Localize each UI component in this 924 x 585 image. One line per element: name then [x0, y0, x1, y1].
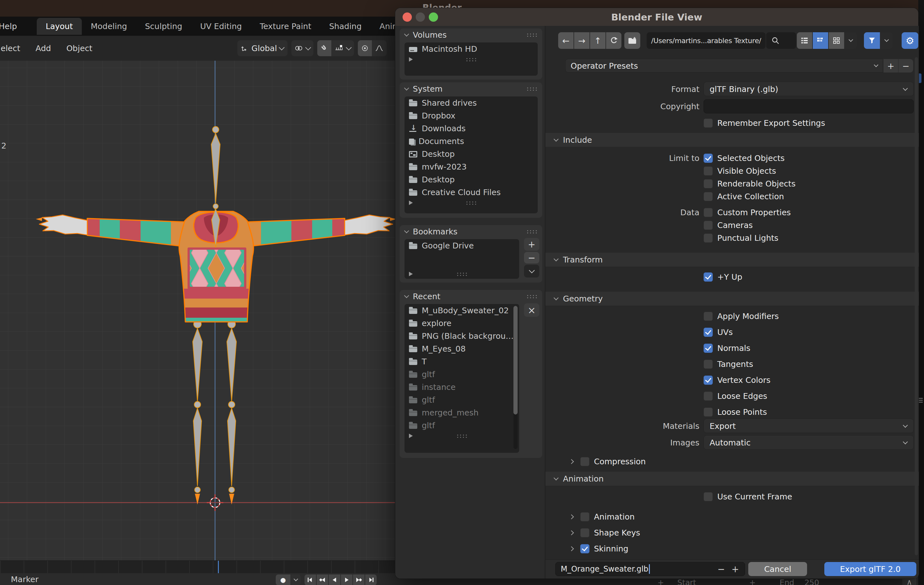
right-hand-mesh[interactable]	[345, 215, 393, 235]
proportional-editing-icon[interactable]	[358, 40, 372, 56]
detailed-list-view-button[interactable]	[813, 32, 828, 49]
recent-item[interactable]: M_uBody_Sweater_02	[404, 304, 519, 317]
range-end-value[interactable]: 250	[805, 578, 819, 585]
menu-select[interactable]: elect	[0, 44, 28, 53]
recent-item[interactable]: M_Eyes_08	[404, 342, 519, 355]
transform-orientation-dropdown[interactable]: Global	[238, 40, 287, 56]
shape-keys-collapsed-panel[interactable]: Shape Keys	[545, 526, 919, 539]
settings-gear-button[interactable]: ⚙	[902, 32, 918, 49]
format-dropdown[interactable]: glTF Binary (.glb)	[703, 82, 914, 96]
forward-button[interactable]: →	[574, 32, 589, 49]
remove-bookmark-button[interactable]: −	[524, 252, 539, 264]
system-header[interactable]: System	[400, 82, 542, 95]
recent-item[interactable]: gltf	[404, 394, 519, 406]
loose-points-checkbox[interactable]	[703, 407, 713, 417]
falloff-curve-icon[interactable]	[372, 40, 386, 56]
include-section-header[interactable]: Include	[545, 132, 919, 147]
recent-header[interactable]: Recent	[400, 290, 542, 303]
animation-checkbox[interactable]	[580, 512, 589, 521]
apply-modifiers-checkbox[interactable]	[703, 311, 713, 321]
transform-section-header[interactable]: Transform	[545, 252, 919, 267]
filter-options-chevron[interactable]	[881, 32, 893, 49]
use-current-frame-checkbox[interactable]	[703, 492, 713, 501]
left-hand-mesh[interactable]	[39, 215, 87, 235]
compression-checkbox[interactable]	[580, 457, 589, 466]
bookmarks-expander[interactable]	[404, 270, 519, 278]
recent-item[interactable]: PNG (Black backgrou…	[404, 330, 519, 342]
tab-sculpting[interactable]: Sculpting	[136, 18, 191, 35]
copyright-input[interactable]	[703, 99, 914, 114]
range-end-label[interactable]: End	[780, 578, 794, 585]
vertex-colors-checkbox[interactable]	[703, 376, 713, 385]
compression-collapsed-panel[interactable]: Compression	[545, 455, 919, 468]
geometry-section-header[interactable]: Geometry	[545, 291, 919, 306]
export-gltf-button[interactable]: Export glTF 2.0	[824, 562, 916, 576]
play-reverse-button[interactable]	[329, 575, 340, 585]
decrement-filename-button[interactable]: −	[718, 564, 725, 575]
remove-preset-button[interactable]: −	[898, 59, 913, 73]
increment-filename-button[interactable]: +	[732, 564, 739, 575]
vertical-list-view-button[interactable]	[797, 32, 812, 49]
tab-layout[interactable]: Layout	[37, 18, 82, 35]
sidebar-item-creative-cloud[interactable]: Creative Cloud Files	[404, 186, 538, 199]
tab-uv-editing[interactable]: UV Editing	[191, 18, 251, 35]
sidebar-item-macintosh-hd[interactable]: Macintosh HD	[404, 43, 538, 55]
snap-target-icon[interactable]	[331, 40, 346, 56]
jump-to-start-button[interactable]	[305, 575, 316, 585]
filename-input[interactable]: M_Orange_Sweater.glb − +	[555, 562, 745, 576]
range-start-label[interactable]: Start	[677, 578, 696, 585]
sidebar-item-desktop-2[interactable]: Desktop	[404, 173, 538, 186]
drag-grip-icon[interactable]	[526, 33, 538, 37]
sidebar-item-mvfw-2023[interactable]: mvfw-2023	[404, 160, 538, 173]
recent-expander[interactable]	[404, 432, 519, 440]
playback-controls[interactable]	[305, 575, 377, 585]
active-collection-checkbox[interactable]	[703, 192, 713, 201]
create-directory-button[interactable]	[624, 32, 640, 49]
snap-controls[interactable]	[317, 40, 354, 56]
display-options-chevron[interactable]	[845, 32, 857, 49]
volumes-expander[interactable]	[404, 55, 538, 64]
recent-item[interactable]: gltf	[404, 368, 519, 381]
options-scrollbar[interactable]	[915, 57, 918, 555]
menu-help[interactable]: Help	[0, 22, 25, 31]
bookmarks-header[interactable]: Bookmarks	[400, 225, 542, 238]
shape-keys-checkbox[interactable]	[580, 528, 589, 537]
file-path-field[interactable]: /Users/martins...arables Texture/	[647, 32, 766, 49]
recent-item[interactable]: T	[404, 355, 519, 368]
drag-grip-icon[interactable]	[526, 87, 538, 91]
back-button[interactable]: ←	[558, 32, 574, 49]
up-directory-button[interactable]: ↑	[590, 32, 606, 49]
sidebar-item-shared-drives[interactable]: Shared drives	[404, 96, 538, 109]
snap-magnet-icon[interactable]	[317, 40, 331, 56]
remember-settings-checkbox[interactable]	[703, 119, 713, 128]
uvs-checkbox[interactable]	[703, 328, 713, 337]
recent-item[interactable]: explore	[404, 317, 519, 330]
volumes-header[interactable]: Volumes	[400, 28, 542, 41]
skinning-checkbox[interactable]	[580, 544, 589, 554]
selected-objects-checkbox[interactable]	[703, 153, 713, 163]
drag-grip-icon[interactable]	[526, 294, 538, 298]
system-expander[interactable]	[404, 199, 538, 207]
loose-edges-checkbox[interactable]	[703, 392, 713, 401]
jump-to-end-button[interactable]	[365, 575, 377, 585]
normals-checkbox[interactable]	[703, 344, 713, 353]
clear-recent-button[interactable]: ×	[524, 303, 539, 317]
auto-keying-controls[interactable]: ●	[276, 575, 301, 585]
search-field[interactable]	[766, 32, 796, 49]
recent-item[interactable]: instance	[404, 381, 519, 394]
range-plus-icon[interactable]: +	[749, 578, 756, 585]
materials-dropdown[interactable]: Export	[703, 419, 914, 433]
menu-add[interactable]: Add	[28, 44, 58, 53]
sidebar-item-documents[interactable]: Documents	[404, 135, 538, 148]
recent-item[interactable]: gltf	[404, 419, 519, 432]
thumbnail-view-button[interactable]	[829, 32, 844, 49]
filter-funnel-button[interactable]	[864, 32, 880, 49]
y-up-checkbox[interactable]	[703, 272, 713, 282]
sidebar-item-desktop[interactable]: Desktop	[404, 148, 538, 160]
tab-modeling[interactable]: Modeling	[82, 18, 136, 35]
skinning-collapsed-panel[interactable]: Skinning	[545, 542, 919, 555]
marker-menu[interactable]: Marker	[11, 575, 38, 584]
cameras-checkbox[interactable]	[703, 221, 713, 230]
next-keyframe-button[interactable]	[353, 575, 365, 585]
custom-properties-checkbox[interactable]	[703, 208, 713, 217]
